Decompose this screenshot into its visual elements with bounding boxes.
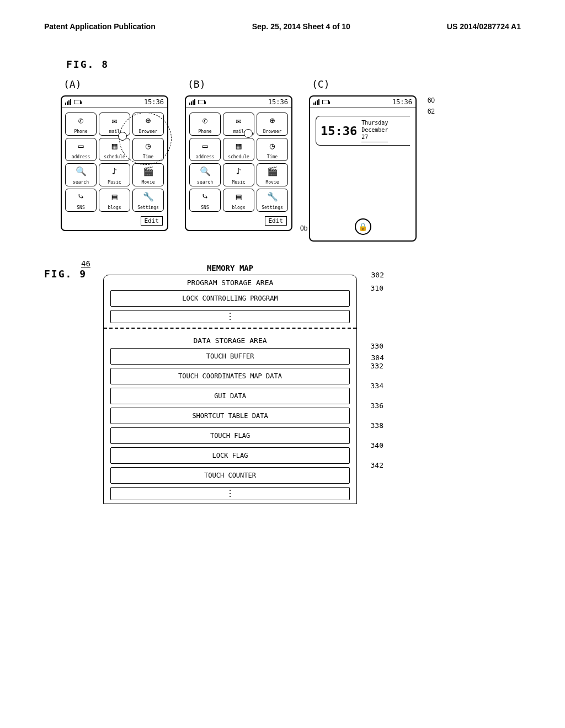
- app-address[interactable]: ▭address: [189, 138, 221, 161]
- touch-point-a: [118, 132, 127, 141]
- app-movie[interactable]: 🎬Movie: [132, 163, 164, 186]
- music-icon: ♪: [112, 165, 118, 177]
- ref-338: 338: [371, 421, 383, 430]
- ref-310: 310: [371, 284, 383, 292]
- mail-icon: ✉: [112, 114, 118, 126]
- lock-icon: 🔒: [358, 222, 367, 231]
- lock-controlling-program: LOCK CONTROLLING PROGRAM 310: [110, 290, 350, 307]
- browser-icon: ⊕: [146, 114, 151, 126]
- status-bar: 15:36: [186, 97, 291, 108]
- signal-icon: [189, 99, 195, 105]
- movie-icon: 🎬: [143, 165, 154, 177]
- program-storage-area: PROGRAM STORAGE AREA: [104, 275, 356, 290]
- battery-icon: [198, 100, 205, 104]
- panel-b: (B) 15:36 ✆Phone ✉mail ⊕Browser ▭address…: [185, 78, 292, 231]
- settings-icon: 🔧: [143, 190, 154, 202]
- app-browser[interactable]: ⊕Browser: [257, 113, 288, 136]
- panel-a-label: (A): [63, 78, 168, 90]
- app-sns[interactable]: ⤷SNS: [189, 189, 221, 212]
- ref-330: 330: [371, 342, 383, 350]
- shortcut-table: SHORTCUT TABLE DATA336: [110, 408, 350, 424]
- lock-screen: 15:36 Thursday December 27 0b 🔒: [310, 108, 415, 240]
- mail-icon: ✉: [236, 114, 242, 126]
- battery-icon: [322, 100, 329, 104]
- memory-map-box: 302 PROGRAM STORAGE AREA LOCK CONTROLLIN…: [103, 275, 357, 504]
- app-music[interactable]: ♪Music: [223, 163, 254, 186]
- app-music[interactable]: ♪Music: [99, 163, 130, 186]
- gui-data: GUI DATA334: [110, 388, 350, 404]
- status-time: 15:36: [392, 98, 412, 106]
- music-icon: ♪: [236, 165, 242, 177]
- time-icon: ◷: [270, 140, 275, 152]
- ref-332: 332: [371, 362, 383, 370]
- app-movie[interactable]: 🎬Movie: [257, 163, 288, 186]
- address-icon: ▭: [202, 140, 208, 152]
- phone-icon: ✆: [78, 114, 84, 126]
- ref-302: 302: [371, 271, 384, 279]
- app-settings[interactable]: 🔧Settings: [132, 189, 164, 212]
- phone-screen-b: 15:36 ✆Phone ✉mail ⊕Browser ▭address ▦sc…: [185, 95, 292, 231]
- browser-icon: ⊕: [270, 114, 275, 126]
- page: Patent Application Publication Sep. 25, …: [0, 0, 565, 526]
- panel-c: (C) 60 62 15:36 15:36 Thursday: [309, 78, 417, 242]
- app-grid-a: ✆Phone ✉mail ⊕Browser ▭address ▦schedule…: [62, 108, 167, 216]
- schedule-icon: ▦: [112, 140, 118, 152]
- edit-button[interactable]: Edit: [265, 216, 287, 226]
- app-schedule[interactable]: ▦schedule: [99, 138, 130, 161]
- app-settings[interactable]: 🔧Settings: [257, 189, 288, 212]
- app-phone[interactable]: ✆Phone: [189, 113, 221, 136]
- status-bar: 15:36: [310, 97, 415, 108]
- sns-icon: ⤷: [77, 190, 84, 202]
- app-mail[interactable]: ✉mail: [99, 113, 130, 136]
- app-sns[interactable]: ⤷SNS: [65, 189, 97, 212]
- lock-button[interactable]: 🔒: [355, 218, 371, 235]
- app-schedule[interactable]: ▦schedule: [223, 138, 254, 161]
- settings-icon: 🔧: [267, 190, 278, 202]
- app-search[interactable]: 🔍search: [189, 163, 221, 186]
- clock-time: 15:36: [321, 124, 357, 138]
- figure-8-label: FIG. 8: [66, 58, 521, 70]
- phone-icon: ✆: [202, 114, 208, 126]
- status-time: 15:36: [268, 98, 288, 106]
- touch-counter: TOUCH COUNTER342: [110, 467, 350, 484]
- app-phone[interactable]: ✆Phone: [65, 113, 97, 136]
- app-time[interactable]: ◷Time: [132, 138, 164, 161]
- app-search[interactable]: 🔍search: [65, 163, 97, 186]
- app-time[interactable]: ◷Time: [257, 138, 288, 161]
- app-blogs[interactable]: ▤blogs: [99, 189, 130, 212]
- callout-62: 62: [428, 108, 435, 115]
- memory-map-title: MEMORY MAP: [103, 264, 357, 272]
- phone-screen-c: 60 62 15:36 15:36 Thursday December: [309, 95, 417, 242]
- memory-map: 46 MEMORY MAP 302 PROGRAM STORAGE AREA L…: [103, 264, 357, 504]
- blogs-icon: ▤: [236, 190, 242, 202]
- blogs-icon: ▤: [112, 190, 118, 202]
- ellipsis: ⋮: [110, 487, 350, 500]
- figure-8: (A) 15:36 ✆Phone ✉mail ⊕Browser ▭address…: [61, 78, 521, 242]
- search-icon: 🔍: [76, 165, 87, 177]
- publication-header: Patent Application Publication Sep. 25, …: [44, 22, 521, 31]
- app-blogs[interactable]: ▤blogs: [223, 189, 254, 212]
- app-grid-b: ✆Phone ✉mail ⊕Browser ▭address ▦schedule…: [186, 108, 291, 216]
- ref-334: 334: [371, 382, 383, 390]
- header-right: US 2014/0287724 A1: [447, 22, 521, 31]
- sns-icon: ⤷: [201, 190, 209, 202]
- app-address[interactable]: ▭address: [65, 138, 97, 161]
- touch-buffer: TOUCH BUFFER330: [110, 348, 350, 365]
- ref-304: 304: [371, 354, 384, 362]
- search-icon: 🔍: [200, 165, 211, 177]
- ellipsis: ⋮: [110, 310, 350, 323]
- clock-date: Thursday December 27: [361, 119, 388, 142]
- address-icon: ▭: [78, 140, 84, 152]
- edit-button[interactable]: Edit: [141, 216, 163, 226]
- touch-coords-map: TOUCH COORDINATES MAP DATA332: [110, 368, 350, 384]
- panel-c-label: (C): [312, 78, 417, 90]
- lock-flag: LOCK FLAG340: [110, 447, 350, 464]
- ref-342: 342: [371, 461, 383, 469]
- header-left: Patent Application Publication: [44, 22, 156, 31]
- data-storage-area: DATA STORAGE AREA: [104, 333, 356, 348]
- phone-screen-a: 15:36 ✆Phone ✉mail ⊕Browser ▭address ▦sc…: [61, 95, 168, 231]
- ref-336: 336: [371, 402, 383, 410]
- figure-9-label: FIG. 9: [44, 268, 87, 280]
- header-center: Sep. 25, 2014 Sheet 4 of 10: [252, 22, 350, 31]
- app-browser[interactable]: ⊕Browser: [132, 113, 164, 136]
